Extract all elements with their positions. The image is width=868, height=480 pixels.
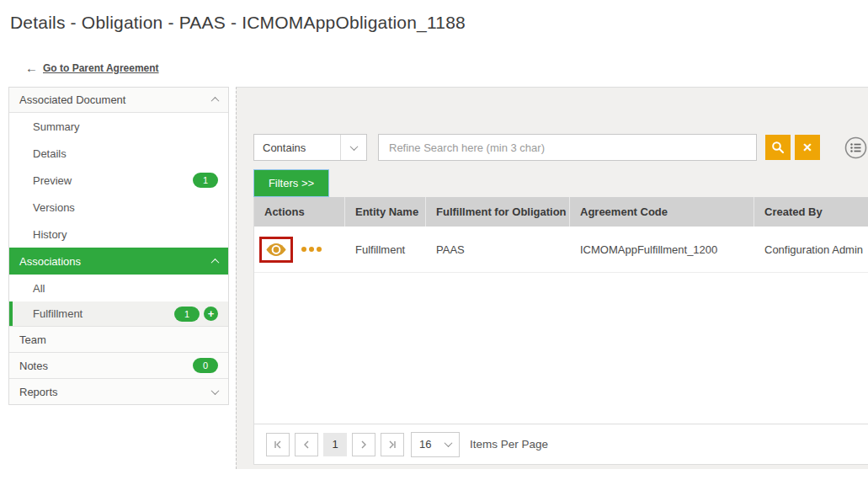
next-page-button[interactable] bbox=[352, 433, 375, 456]
chevron-right-icon bbox=[359, 440, 369, 450]
sidebar-item-summary[interactable]: Summary bbox=[9, 113, 228, 140]
column-header-entity-name[interactable]: Entity Name bbox=[345, 197, 426, 227]
more-actions-icon[interactable] bbox=[301, 247, 322, 252]
fulfillment-for-obligation-cell: PAAS bbox=[426, 227, 570, 272]
sidebar-item-reports[interactable]: Reports bbox=[9, 378, 228, 404]
actions-cell bbox=[254, 227, 345, 272]
sidebar-section-associations[interactable]: Associations bbox=[9, 248, 228, 275]
annotation-highlight-box bbox=[259, 237, 293, 263]
created-by-cell: Configuration Admin bbox=[754, 227, 868, 272]
search-button[interactable] bbox=[765, 135, 791, 160]
chevron-up-icon bbox=[211, 97, 220, 105]
section-label: Associated Document bbox=[19, 93, 125, 106]
go-to-parent-agreement-link[interactable]: ← Go to Parent Agreement bbox=[25, 61, 159, 75]
current-page-button[interactable]: 1 bbox=[323, 433, 347, 456]
first-page-button[interactable] bbox=[266, 433, 290, 456]
sidebar-section-associated-document[interactable]: Associated Document bbox=[9, 88, 228, 113]
chevron-down-icon bbox=[349, 142, 358, 151]
search-icon bbox=[771, 141, 785, 154]
item-label: Summary bbox=[33, 120, 80, 133]
column-header-agreement-code[interactable]: Agreement Code bbox=[570, 197, 754, 227]
item-label: Reports bbox=[19, 386, 58, 398]
fulfillment-count-badge: 1 bbox=[174, 307, 200, 322]
item-label: Notes bbox=[19, 360, 48, 372]
last-page-icon bbox=[387, 440, 397, 450]
app-window: Details - Obligation - PAAS - ICMOMAppOb… bbox=[0, 0, 868, 480]
item-label: Versions bbox=[33, 201, 75, 214]
page-size-value: 16 bbox=[419, 438, 431, 451]
item-label: Details bbox=[33, 147, 67, 160]
item-label: Team bbox=[19, 333, 46, 346]
chevron-down-icon bbox=[211, 387, 220, 395]
eye-icon bbox=[265, 242, 287, 258]
item-label: All bbox=[33, 282, 45, 295]
sidebar-item-details[interactable]: Details bbox=[9, 140, 228, 167]
preview-count-badge: 1 bbox=[193, 173, 218, 188]
chevron-down-icon bbox=[445, 439, 453, 447]
page-title: Details - Obligation - PAAS - ICMOMAppOb… bbox=[10, 13, 466, 33]
add-fulfillment-icon[interactable]: + bbox=[204, 307, 218, 321]
chevron-up-icon bbox=[211, 258, 220, 266]
sidebar-item-history[interactable]: History bbox=[9, 221, 228, 248]
chevron-left-icon bbox=[301, 440, 312, 450]
main-panel: Contains ✕ bbox=[236, 87, 868, 469]
column-header-actions[interactable]: Actions bbox=[254, 197, 345, 227]
clear-search-button[interactable]: ✕ bbox=[795, 135, 820, 160]
page-size-select[interactable]: 16 bbox=[411, 432, 460, 457]
search-input[interactable] bbox=[378, 134, 757, 161]
notes-count-badge: 0 bbox=[193, 358, 218, 373]
sidebar-item-all[interactable]: All bbox=[9, 275, 228, 301]
sidebar-item-fulfillment[interactable]: Fulfillment 1 + bbox=[9, 301, 228, 326]
close-icon: ✕ bbox=[802, 141, 812, 154]
results-table-card: Actions Entity Name Fulfillment for Obli… bbox=[253, 197, 868, 465]
column-header-created-by[interactable]: Created By bbox=[754, 197, 868, 227]
agreement-code-cell: ICMOMAppFulfillment_1200 bbox=[570, 227, 754, 272]
sidebar-item-notes[interactable]: Notes 0 bbox=[9, 352, 228, 378]
last-page-button[interactable] bbox=[381, 433, 404, 456]
back-link-label: Go to Parent Agreement bbox=[43, 62, 159, 74]
search-operator-select[interactable]: Contains bbox=[253, 134, 367, 161]
table-row: Fulfillment PAAS ICMOMAppFulfillment_120… bbox=[254, 227, 868, 273]
search-bar: Contains ✕ bbox=[253, 134, 867, 161]
filters-button[interactable]: Filters >> bbox=[253, 169, 329, 197]
sidebar-item-preview[interactable]: Preview 1 bbox=[9, 167, 228, 194]
item-label: Preview bbox=[33, 174, 72, 187]
view-details-button[interactable] bbox=[265, 242, 287, 258]
item-label: History bbox=[33, 228, 67, 241]
table-header-row: Actions Entity Name Fulfillment for Obli… bbox=[254, 197, 868, 227]
sidebar: Associated Document Summary Details Prev… bbox=[8, 87, 229, 405]
back-arrow-icon: ← bbox=[25, 61, 38, 75]
section-label: Associations bbox=[19, 255, 81, 268]
entity-name-cell: Fulfillment bbox=[345, 227, 426, 272]
sidebar-item-team[interactable]: Team bbox=[9, 326, 228, 352]
sidebar-item-versions[interactable]: Versions bbox=[9, 194, 228, 221]
list-view-icon[interactable] bbox=[844, 136, 867, 159]
column-header-fulfillment-for-obligation[interactable]: Fulfillment for Obligation bbox=[426, 197, 570, 227]
previous-page-button[interactable] bbox=[295, 433, 318, 456]
item-label: Fulfillment bbox=[33, 307, 83, 320]
first-page-icon bbox=[273, 440, 283, 450]
search-operator-value: Contains bbox=[263, 141, 306, 154]
items-per-page-label: Items Per Page bbox=[470, 438, 548, 451]
pagination-bar: 1 16 Items Per Page bbox=[254, 424, 868, 464]
